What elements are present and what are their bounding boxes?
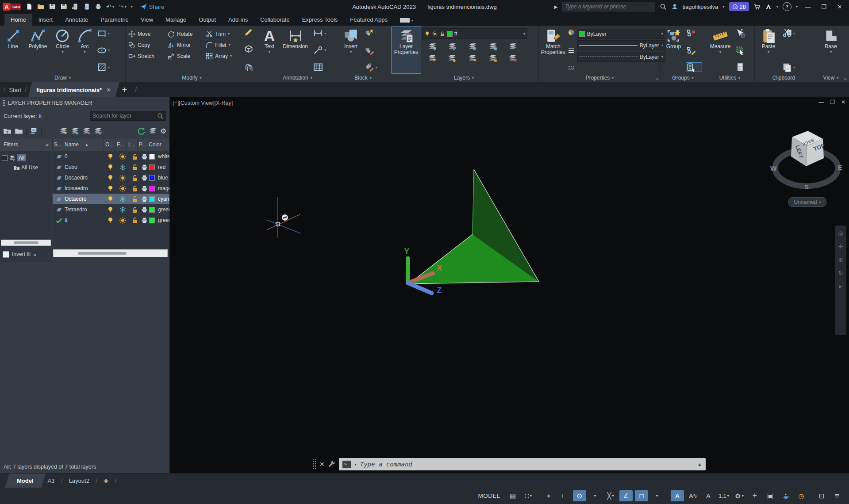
annotation-scale-icon[interactable]: A — [702, 490, 715, 501]
paste-button[interactable]: Paste▾ — [757, 27, 780, 73]
showmotion-icon[interactable]: ▸ — [839, 283, 842, 290]
array-button[interactable]: Array▾ — [206, 53, 240, 60]
layer-search-input[interactable]: Search for layer — [90, 111, 166, 121]
freeze-icon[interactable] — [119, 164, 127, 171]
save-as-icon[interactable] — [60, 3, 67, 10]
nav-wheel-icon[interactable]: ◎ — [838, 230, 843, 237]
palette-title-bar[interactable]: LAYER PROPERTIES MANAGER — [0, 97, 169, 109]
explode-button[interactable] — [244, 45, 257, 54]
command-close-icon[interactable]: ✕ — [319, 461, 325, 468]
group-edit-button[interactable] — [686, 46, 702, 55]
arc-button[interactable]: Arc▾ — [75, 27, 95, 73]
restore-button[interactable]: ❐ — [818, 4, 830, 10]
layer-properties-button[interactable]: Layer Properties — [392, 27, 421, 73]
text-button[interactable]: A Text▾ — [261, 27, 278, 73]
column-status[interactable]: S... — [52, 138, 63, 151]
lineweight-icon[interactable] — [568, 47, 575, 54]
line-button[interactable]: Line — [2, 27, 24, 73]
new-drawing-tab-button[interactable]: + — [122, 85, 127, 95]
edit-block-button[interactable] — [365, 46, 384, 55]
layer-row-2[interactable]: Docaedro blue — [53, 172, 169, 183]
open-from-web-icon[interactable] — [72, 3, 79, 10]
column-on[interactable]: O.. — [104, 138, 115, 151]
ungroup-button[interactable] — [686, 29, 702, 38]
minimize-button[interactable]: — — [802, 4, 814, 10]
autodesk-logo-icon[interactable] — [765, 3, 772, 10]
ortho-toggle[interactable]: ∟ — [557, 490, 571, 501]
drawing-canvas[interactable]: [−][Custom View][X-Ray] — ❐ ✕ — [170, 97, 849, 473]
tab-a3[interactable]: A3 — [43, 477, 59, 484]
layer-row-6-current[interactable]: tt green — [53, 215, 169, 225]
graphics-performance-button[interactable] — [779, 490, 792, 501]
store-cart-icon[interactable] — [753, 3, 761, 10]
panel-title-annotation[interactable]: Annotation▾ — [258, 73, 337, 82]
help-icon[interactable]: ? — [783, 2, 791, 11]
offset-button[interactable] — [244, 63, 257, 72]
rotate-button[interactable]: Rotate — [168, 31, 200, 38]
time-button[interactable]: ◷ — [795, 490, 808, 501]
on-icon[interactable] — [107, 185, 114, 192]
select-similar-button[interactable] — [735, 46, 751, 55]
filter-all[interactable]: − All — [0, 151, 52, 163]
search-input[interactable]: Type a keyword or phrase — [562, 2, 655, 11]
freeze-icon[interactable] — [119, 185, 127, 192]
layer-row-4-selected[interactable]: Octaedro cyan — [53, 194, 169, 204]
command-input[interactable]: >_ ▾ Type a command ▲ — [339, 458, 706, 470]
properties-expander-icon[interactable]: ↘ — [655, 76, 659, 81]
invert-filter-checkbox[interactable] — [3, 251, 9, 258]
lock-icon[interactable] — [131, 153, 138, 160]
new-property-filter-icon[interactable] — [3, 127, 12, 135]
ucs-icon[interactable]: Y X Z — [400, 248, 462, 305]
quick-select-button[interactable] — [735, 29, 751, 38]
app-logo-icon[interactable]: ACAD — [3, 3, 21, 11]
move-button[interactable]: Move — [128, 31, 162, 38]
annotation-scale-value[interactable]: 1:1▾ — [717, 490, 730, 501]
layer-make-current-tool-icon[interactable] — [508, 42, 517, 51]
new-group-filter-icon[interactable] — [15, 127, 23, 135]
file-tab-close-icon[interactable]: ✕ — [106, 87, 111, 93]
copy-button[interactable]: Copy — [128, 42, 162, 49]
layer-dropdown-arrow[interactable]: ▾ — [523, 32, 525, 36]
username[interactable]: tiagofilipesilva — [683, 4, 718, 10]
layer-list-hscrollbar[interactable] — [53, 249, 168, 257]
freeze-icon[interactable] — [119, 153, 127, 160]
lock-icon[interactable] — [131, 206, 138, 214]
dynamic-input-toggle[interactable]: ⌖ — [542, 490, 555, 501]
create-block-button[interactable] — [365, 29, 384, 38]
on-icon[interactable] — [107, 153, 114, 160]
panel-title-modify[interactable]: Modify▾ — [126, 73, 258, 82]
help-menu-icon[interactable]: ▾ — [796, 5, 798, 9]
layer-row-3[interactable]: Icosaedro magenta — [53, 183, 169, 194]
lock-icon[interactable] — [131, 185, 138, 192]
plot-icon[interactable] — [141, 217, 148, 224]
layer-lock-tool-icon[interactable] — [488, 42, 497, 51]
define-attributes-button[interactable]: ▾ — [365, 63, 384, 72]
color-swatch[interactable] — [149, 196, 155, 202]
color-swatch[interactable] — [149, 154, 155, 160]
ribbon-tab-express-tools[interactable]: Express Tools — [296, 14, 344, 26]
tree-collapse-icon[interactable]: − — [2, 155, 8, 161]
object-snap-menu[interactable]: ▾ — [650, 490, 664, 501]
layer-search-icon[interactable] — [157, 113, 163, 119]
layer-settings-stack-icon[interactable] — [149, 127, 157, 135]
column-color[interactable]: Color — [147, 138, 169, 151]
freeze-icon[interactable] — [119, 195, 127, 203]
color-swatch[interactable] — [149, 186, 155, 191]
plot-icon[interactable] — [141, 195, 148, 203]
ribbon-tab-addins[interactable]: Add-ins — [222, 14, 254, 26]
pan-icon[interactable]: ✛ — [838, 243, 843, 250]
save-to-web-icon[interactable] — [83, 3, 90, 10]
delete-layer-icon[interactable] — [82, 127, 91, 135]
layer-thaw-all-tool-icon[interactable] — [468, 53, 477, 62]
plot-icon[interactable] — [141, 185, 148, 192]
redo-button[interactable]: ↷▾ — [119, 3, 127, 10]
plot-icon[interactable] — [141, 174, 148, 182]
table-button[interactable] — [313, 63, 334, 72]
model-space-label[interactable]: MODEL — [478, 493, 500, 499]
search-expand-icon[interactable]: ▶ — [554, 4, 558, 9]
new-file-icon[interactable] — [26, 3, 33, 10]
view-cube[interactable]: TOP LEFT BACK W E S — [769, 124, 844, 208]
user-menu-icon[interactable]: ▾ — [722, 5, 724, 9]
qat-customize-icon[interactable]: ▾ — [131, 5, 133, 9]
polar-tracking-menu[interactable]: ▾ — [588, 490, 602, 501]
